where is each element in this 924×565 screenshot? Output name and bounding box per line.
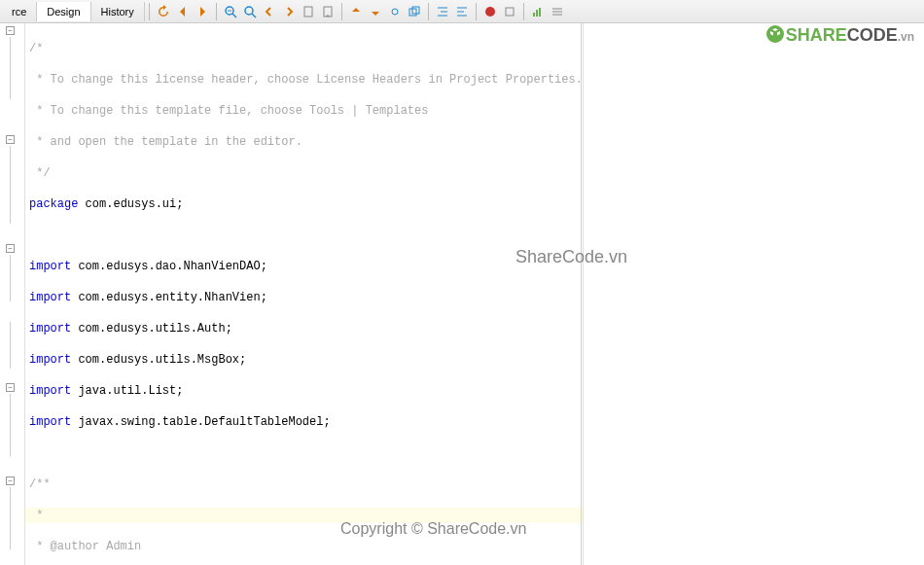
keyword: import (29, 415, 71, 429)
tab-design[interactable]: Design (37, 2, 90, 21)
text: com.edusys.dao.NhanVienDAO; (71, 260, 267, 273)
bookmark-icon[interactable] (301, 4, 316, 19)
fold-line (10, 255, 11, 301)
fold-line (10, 394, 11, 456)
nav-prev-icon[interactable] (262, 4, 277, 19)
record-icon[interactable] (482, 4, 498, 19)
logo-share: SHARE (786, 25, 847, 45)
logo-code: CODE (847, 25, 898, 45)
code-editor[interactable]: /* * To change this license header, choo… (25, 23, 584, 565)
list-icon[interactable] (550, 4, 565, 19)
stop-icon[interactable] (502, 4, 517, 19)
svg-point-3 (245, 7, 253, 15)
separator (341, 3, 342, 20)
separator (476, 3, 477, 20)
keyword: import (29, 291, 71, 304)
comment: * To change this license header, choose … (29, 73, 583, 87)
text: com.edusys.utils.MsgBox; (71, 353, 246, 367)
fold-toggle[interactable]: − (6, 383, 15, 392)
back-icon[interactable] (175, 4, 191, 19)
keyword: import (29, 322, 71, 335)
logo-vn: .vn (898, 30, 914, 44)
zoom-in-icon[interactable] (242, 4, 258, 19)
link-icon[interactable] (387, 4, 403, 19)
dup-icon[interactable] (407, 4, 422, 19)
fold-toggle[interactable]: − (6, 26, 15, 35)
fold-line (10, 37, 11, 99)
svg-rect-5 (304, 7, 312, 17)
svg-point-15 (485, 7, 495, 17)
outdent-icon[interactable] (454, 4, 470, 19)
text: com.edusys.entity.NhanVien; (71, 291, 267, 304)
comment: */ (29, 166, 51, 180)
svg-line-4 (252, 14, 256, 18)
gutter: − − − − − (0, 23, 25, 565)
comment: * and open the template in the editor. (29, 135, 302, 149)
shift-up-icon[interactable] (348, 4, 364, 19)
keyword: import (29, 260, 71, 273)
separator (149, 3, 150, 20)
comment: * To change this template file, choose T… (29, 104, 428, 118)
refresh-icon[interactable] (156, 4, 171, 19)
bookmark2-icon[interactable] (320, 4, 336, 19)
right-panel (584, 23, 924, 565)
svg-rect-17 (533, 13, 535, 17)
keyword: import (29, 353, 71, 367)
separator (523, 3, 524, 20)
keyword: package (29, 197, 78, 211)
text: com.edusys.ui; (78, 197, 183, 211)
forward-icon[interactable] (195, 4, 210, 19)
svg-rect-16 (506, 8, 514, 16)
shift-down-icon[interactable] (368, 4, 383, 19)
logo-icon (764, 23, 786, 50)
fold-toggle[interactable]: − (6, 135, 15, 144)
svg-rect-19 (539, 8, 541, 17)
text: javax.swing.table.DefaultTableModel; (71, 415, 330, 429)
fold-line (10, 146, 11, 224)
separator (216, 3, 217, 20)
fold-line (10, 487, 11, 549)
svg-line-1 (232, 14, 236, 18)
indent-icon[interactable] (435, 4, 450, 19)
keyword: import (29, 384, 71, 398)
tab-history[interactable]: History (91, 2, 145, 21)
vertical-divider[interactable] (581, 23, 582, 565)
separator (428, 3, 429, 20)
text: java.util.List; (71, 384, 183, 398)
comment: /** (29, 477, 51, 491)
chart-icon[interactable] (530, 4, 546, 19)
fold-toggle[interactable]: − (6, 244, 15, 253)
text: com.edusys.utils.Auth; (71, 322, 232, 335)
tab-source[interactable]: rce (2, 2, 37, 21)
editor-area: − − − − − /* * To change this license he… (0, 23, 924, 565)
comment: /* (29, 42, 43, 55)
nav-next-icon[interactable] (281, 4, 297, 19)
logo: SHARECODE.vn (764, 23, 914, 50)
svg-rect-18 (536, 10, 538, 17)
comment: * (29, 509, 43, 522)
fold-line (10, 322, 11, 369)
zoom-out-icon[interactable] (223, 4, 238, 19)
fold-toggle[interactable]: − (6, 477, 15, 485)
comment: * @author Admin (29, 540, 141, 553)
toolbar: rce Design History (0, 0, 924, 23)
